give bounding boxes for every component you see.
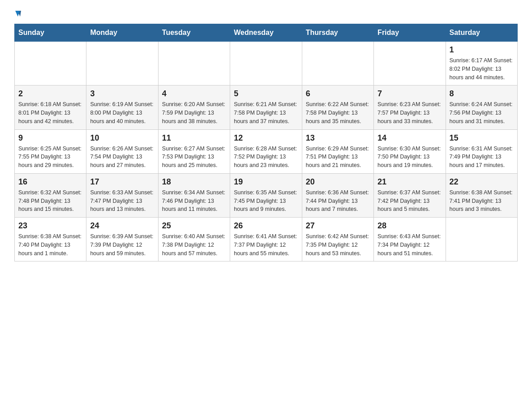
- day-info: Sunrise: 6:38 AM Sunset: 7:40 PM Dayligh…: [18, 232, 82, 257]
- day-number: 19: [234, 177, 298, 187]
- day-info: Sunrise: 6:23 AM Sunset: 7:57 PM Dayligh…: [378, 100, 442, 125]
- day-info: Sunrise: 6:37 AM Sunset: 7:42 PM Dayligh…: [378, 188, 442, 214]
- day-number: 5: [234, 89, 298, 98]
- day-info: Sunrise: 6:31 AM Sunset: 7:49 PM Dayligh…: [450, 145, 514, 170]
- day-info: Sunrise: 6:24 AM Sunset: 7:56 PM Dayligh…: [450, 100, 514, 125]
- calendar-cell: 5Sunrise: 6:21 AM Sunset: 7:58 PM Daylig…: [230, 86, 302, 129]
- day-info: Sunrise: 6:27 AM Sunset: 7:53 PM Dayligh…: [162, 145, 226, 170]
- day-info: Sunrise: 6:33 AM Sunset: 7:47 PM Dayligh…: [90, 188, 154, 214]
- calendar-cell: 26Sunrise: 6:41 AM Sunset: 7:37 PM Dayli…: [230, 218, 302, 261]
- calendar-cell: [230, 42, 302, 86]
- calendar-cell: [446, 218, 517, 261]
- day-info: Sunrise: 6:26 AM Sunset: 7:54 PM Dayligh…: [90, 145, 154, 170]
- day-number: 26: [234, 221, 298, 231]
- calendar-cell: 11Sunrise: 6:27 AM Sunset: 7:53 PM Dayli…: [158, 129, 230, 173]
- calendar-cell: 15Sunrise: 6:31 AM Sunset: 7:49 PM Dayli…: [446, 129, 517, 173]
- day-info: Sunrise: 6:20 AM Sunset: 7:59 PM Dayligh…: [162, 100, 226, 125]
- calendar-cell: 28Sunrise: 6:43 AM Sunset: 7:34 PM Dayli…: [374, 218, 446, 261]
- day-info: Sunrise: 6:34 AM Sunset: 7:46 PM Dayligh…: [162, 188, 226, 214]
- calendar-cell: [158, 42, 230, 86]
- column-header-monday: Monday: [86, 24, 158, 42]
- calendar-cell: 9Sunrise: 6:25 AM Sunset: 7:55 PM Daylig…: [15, 129, 86, 173]
- calendar-cell: 2Sunrise: 6:18 AM Sunset: 8:01 PM Daylig…: [15, 86, 86, 129]
- day-number: 10: [90, 133, 154, 143]
- calendar-week-row: 1Sunrise: 6:17 AM Sunset: 8:02 PM Daylig…: [15, 42, 518, 86]
- calendar-week-row: 9Sunrise: 6:25 AM Sunset: 7:55 PM Daylig…: [15, 129, 518, 173]
- day-number: 15: [450, 133, 514, 143]
- calendar-cell: [374, 42, 446, 86]
- day-info: Sunrise: 6:43 AM Sunset: 7:34 PM Dayligh…: [378, 232, 442, 257]
- calendar-cell: 20Sunrise: 6:36 AM Sunset: 7:44 PM Dayli…: [302, 173, 373, 217]
- day-number: 14: [378, 133, 442, 143]
- day-info: Sunrise: 6:18 AM Sunset: 8:01 PM Dayligh…: [18, 100, 82, 125]
- day-info: Sunrise: 6:39 AM Sunset: 7:39 PM Dayligh…: [90, 232, 154, 257]
- day-info: Sunrise: 6:35 AM Sunset: 7:45 PM Dayligh…: [234, 188, 298, 214]
- day-number: 12: [234, 133, 298, 143]
- day-number: 23: [18, 221, 82, 231]
- day-info: Sunrise: 6:42 AM Sunset: 7:35 PM Dayligh…: [306, 232, 370, 257]
- calendar-cell: 10Sunrise: 6:26 AM Sunset: 7:54 PM Dayli…: [86, 129, 158, 173]
- day-info: Sunrise: 6:32 AM Sunset: 7:48 PM Dayligh…: [18, 188, 82, 214]
- day-info: Sunrise: 6:30 AM Sunset: 7:50 PM Dayligh…: [378, 145, 442, 170]
- day-number: 28: [378, 221, 442, 231]
- column-header-wednesday: Wednesday: [230, 24, 302, 42]
- calendar-cell: [86, 42, 158, 86]
- logo: [14, 11, 21, 16]
- day-number: 25: [162, 221, 226, 231]
- day-number: 11: [162, 133, 226, 143]
- column-header-saturday: Saturday: [446, 24, 517, 42]
- day-info: Sunrise: 6:41 AM Sunset: 7:37 PM Dayligh…: [234, 232, 298, 257]
- calendar-header-row: SundayMondayTuesdayWednesdayThursdayFrid…: [15, 24, 518, 42]
- day-number: 22: [450, 177, 514, 187]
- calendar-cell: 13Sunrise: 6:29 AM Sunset: 7:51 PM Dayli…: [302, 129, 373, 173]
- calendar-week-row: 23Sunrise: 6:38 AM Sunset: 7:40 PM Dayli…: [15, 218, 518, 261]
- calendar-cell: 14Sunrise: 6:30 AM Sunset: 7:50 PM Dayli…: [374, 129, 446, 173]
- calendar-cell: 7Sunrise: 6:23 AM Sunset: 7:57 PM Daylig…: [374, 86, 446, 129]
- day-number: 17: [90, 177, 154, 187]
- day-number: 16: [18, 177, 82, 187]
- calendar-cell: 18Sunrise: 6:34 AM Sunset: 7:46 PM Dayli…: [158, 173, 230, 217]
- day-number: 3: [90, 89, 154, 98]
- day-info: Sunrise: 6:19 AM Sunset: 8:00 PM Dayligh…: [90, 100, 154, 125]
- day-info: Sunrise: 6:21 AM Sunset: 7:58 PM Dayligh…: [234, 100, 298, 125]
- calendar-cell: 24Sunrise: 6:39 AM Sunset: 7:39 PM Dayli…: [86, 218, 158, 261]
- day-number: 7: [378, 89, 442, 98]
- calendar-cell: 3Sunrise: 6:19 AM Sunset: 8:00 PM Daylig…: [86, 86, 158, 129]
- calendar-week-row: 2Sunrise: 6:18 AM Sunset: 8:01 PM Daylig…: [15, 86, 518, 129]
- day-number: 24: [90, 221, 154, 231]
- calendar-cell: 21Sunrise: 6:37 AM Sunset: 7:42 PM Dayli…: [374, 173, 446, 217]
- calendar-cell: 25Sunrise: 6:40 AM Sunset: 7:38 PM Dayli…: [158, 218, 230, 261]
- day-info: Sunrise: 6:28 AM Sunset: 7:52 PM Dayligh…: [234, 145, 298, 170]
- calendar-cell: 22Sunrise: 6:38 AM Sunset: 7:41 PM Dayli…: [446, 173, 517, 217]
- day-info: Sunrise: 6:38 AM Sunset: 7:41 PM Dayligh…: [450, 188, 514, 214]
- day-number: 4: [162, 89, 226, 98]
- calendar-table: SundayMondayTuesdayWednesdayThursdayFrid…: [14, 24, 518, 261]
- day-info: Sunrise: 6:25 AM Sunset: 7:55 PM Dayligh…: [18, 145, 82, 170]
- calendar-week-row: 16Sunrise: 6:32 AM Sunset: 7:48 PM Dayli…: [15, 173, 518, 217]
- calendar-cell: 27Sunrise: 6:42 AM Sunset: 7:35 PM Dayli…: [302, 218, 373, 261]
- day-number: 13: [306, 133, 370, 143]
- calendar-cell: [302, 42, 373, 86]
- day-info: Sunrise: 6:29 AM Sunset: 7:51 PM Dayligh…: [306, 145, 370, 170]
- day-number: 9: [18, 133, 82, 143]
- calendar-cell: 16Sunrise: 6:32 AM Sunset: 7:48 PM Dayli…: [15, 173, 86, 217]
- column-header-sunday: Sunday: [15, 24, 86, 42]
- day-number: 8: [450, 89, 514, 98]
- column-header-thursday: Thursday: [302, 24, 373, 42]
- day-number: 6: [306, 89, 370, 98]
- day-info: Sunrise: 6:22 AM Sunset: 7:58 PM Dayligh…: [306, 100, 370, 125]
- day-number: 2: [18, 89, 82, 98]
- calendar-cell: 12Sunrise: 6:28 AM Sunset: 7:52 PM Dayli…: [230, 129, 302, 173]
- calendar-cell: 1Sunrise: 6:17 AM Sunset: 8:02 PM Daylig…: [446, 42, 517, 86]
- calendar-cell: 17Sunrise: 6:33 AM Sunset: 7:47 PM Dayli…: [86, 173, 158, 217]
- calendar-cell: 6Sunrise: 6:22 AM Sunset: 7:58 PM Daylig…: [302, 86, 373, 129]
- day-number: 1: [450, 45, 514, 55]
- column-header-tuesday: Tuesday: [158, 24, 230, 42]
- day-number: 27: [306, 221, 370, 231]
- calendar-cell: [15, 42, 86, 86]
- day-number: 20: [306, 177, 370, 187]
- calendar-cell: 8Sunrise: 6:24 AM Sunset: 7:56 PM Daylig…: [446, 86, 517, 129]
- page-header: [14, 11, 518, 16]
- day-number: 21: [378, 177, 442, 187]
- column-header-friday: Friday: [374, 24, 446, 42]
